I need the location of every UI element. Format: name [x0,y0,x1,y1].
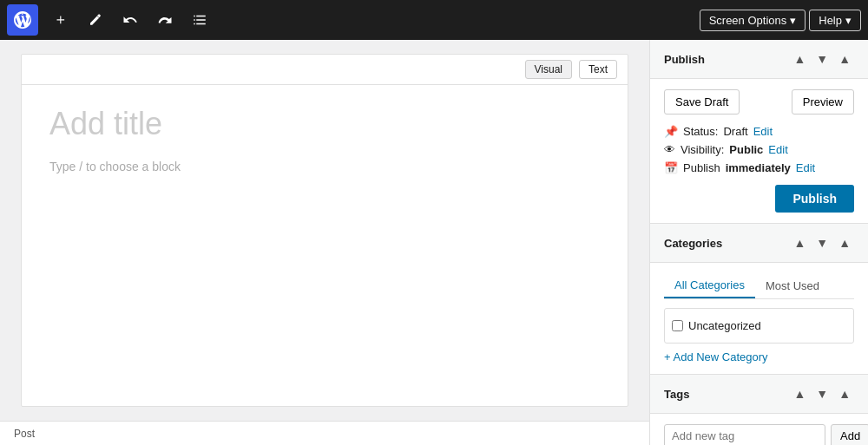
status-bar: Post [0,421,649,445]
categories-panel-body: All Categories Most Used Uncategorized +… [650,263,868,374]
publish-edit-link[interactable]: Edit [796,161,815,174]
add-new-category-link[interactable]: + Add New Category [664,350,768,363]
wp-logo[interactable] [7,4,38,36]
categories-collapse-down-button[interactable]: ▼ [812,234,832,252]
add-block-button[interactable] [45,4,76,36]
publish-collapse-down-button[interactable]: ▼ [812,50,832,68]
chevron-down-icon: ▾ [845,14,852,27]
publish-when: immediately [726,161,791,174]
status-label: Status: [683,125,718,138]
publish-when-row: 📅 Publish immediately Edit [664,161,854,174]
publish-visibility-row: 👁 Visibility: Public Edit [664,143,854,156]
status-value: Draft [723,125,747,138]
category-checkbox-uncategorized[interactable] [672,320,683,331]
calendar-icon: 📅 [664,161,678,174]
title-placeholder: Add title [49,106,600,142]
pin-icon: 📌 [664,125,678,138]
tags-panel-header: Tags ▲ ▼ ▲ [650,375,868,414]
publish-panel-title: Publish [664,53,786,66]
visibility-label: Visibility: [681,143,724,156]
undo-button[interactable] [115,4,146,36]
publish-panel-header: Publish ▲ ▼ ▲ [650,40,868,79]
help-button[interactable]: Help ▾ [809,10,861,31]
help-label: Help [819,14,842,27]
categories-panel: Categories ▲ ▼ ▲ All Categories Most Use… [650,224,868,375]
save-draft-button[interactable]: Save Draft [664,89,740,115]
redo-button[interactable] [149,4,181,36]
tags-panel-title: Tags [664,388,786,401]
publish-toggle-button[interactable]: ▲ [835,50,854,68]
screen-options-button[interactable]: Screen Options ▾ [700,10,806,31]
top-bar: Screen Options ▾ Help ▾ [0,0,868,40]
publish-panel: Publish ▲ ▼ ▲ Save Draft Preview 📌 Statu… [650,40,868,224]
publish-panel-body: Save Draft Preview 📌 Status: Draft Edit … [650,79,868,223]
tags-input-row: Add [664,424,854,445]
top-bar-right: Screen Options ▾ Help ▾ [700,10,861,31]
publish-actions: Save Draft Preview [664,89,854,115]
preview-button[interactable]: Preview [792,89,854,115]
tags-panel: Tags ▲ ▼ ▲ Add [650,375,868,445]
categories-panel-title: Categories [664,237,786,250]
add-tag-button[interactable]: Add [831,424,868,445]
categories-panel-header: Categories ▲ ▼ ▲ [650,224,868,263]
title-area[interactable]: Add title [22,85,628,153]
editor-canvas: Visual Text Add title Type / to choose a… [21,54,628,407]
tab-most-used[interactable]: Most Used [755,273,830,298]
tags-collapse-up-button[interactable]: ▲ [790,385,809,402]
block-placeholder[interactable]: Type / to choose a block [22,153,628,180]
text-tab[interactable]: Text [579,60,617,79]
sidebar: Publish ▲ ▼ ▲ Save Draft Preview 📌 Statu… [649,40,868,445]
tags-panel-body: Add [650,414,868,445]
categories-tabs: All Categories Most Used [664,273,854,299]
category-label-uncategorized: Uncategorized [688,319,761,332]
tags-toggle-button[interactable]: ▲ [835,385,854,402]
publish-label: Publish [683,161,720,174]
status-bar-text: Post [14,428,35,440]
publish-collapse-up-button[interactable]: ▲ [790,50,809,68]
publish-button[interactable]: Publish [775,185,854,213]
publish-status-row: 📌 Status: Draft Edit [664,125,854,138]
screen-options-label: Screen Options [709,14,787,27]
chevron-down-icon: ▾ [790,14,796,27]
categories-collapse-up-button[interactable]: ▲ [790,234,809,252]
visibility-edit-link[interactable]: Edit [768,143,787,156]
edit-button[interactable] [80,4,111,36]
category-item: Uncategorized [672,316,846,336]
status-edit-link[interactable]: Edit [753,125,773,138]
list-view-button[interactable] [184,4,215,36]
editor-toolbar-row: Visual Text [22,55,628,85]
main-layout: Visual Text Add title Type / to choose a… [0,40,868,445]
visibility-value: Public [729,143,763,156]
tags-input[interactable] [664,424,825,445]
publish-btn-row: Publish [664,185,854,213]
eye-icon: 👁 [664,143,675,156]
categories-toggle-button[interactable]: ▲ [835,234,854,252]
tab-all-categories[interactable]: All Categories [664,273,755,298]
tags-collapse-down-button[interactable]: ▼ [812,385,832,402]
categories-list: Uncategorized [664,308,854,344]
editor-area: Visual Text Add title Type / to choose a… [0,40,649,445]
visual-tab[interactable]: Visual [525,60,572,79]
